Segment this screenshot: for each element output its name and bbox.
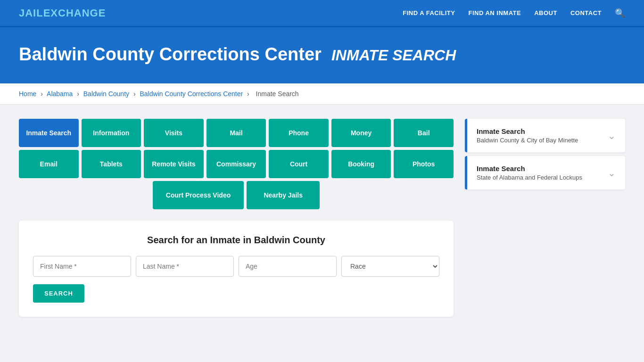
btn-commissary[interactable]: Commissary <box>206 150 266 178</box>
sidebar-card-2: Inmate Search State of Alabama and Feder… <box>465 156 625 189</box>
logo[interactable]: JAILEXCHANGE <box>19 7 106 19</box>
navbar: JAILEXCHANGE FIND A FACILITY FIND AN INM… <box>0 0 644 27</box>
left-column: Inmate Search Information Visits Mail Ph… <box>19 119 454 317</box>
nav-buttons-row1: Inmate Search Information Visits Mail Ph… <box>19 119 454 147</box>
breadcrumb-home[interactable]: Home <box>19 90 36 98</box>
nav-link-find-facility[interactable]: FIND A FACILITY <box>403 9 455 16</box>
btn-court-process-video[interactable]: Court Process Video <box>153 181 244 209</box>
logo-part2-highlight: EXCHANGE <box>43 7 106 19</box>
btn-inmate-search[interactable]: Inmate Search <box>19 119 79 147</box>
sidebar-card-1-subtitle: Baldwin County & City of Bay Minette <box>477 137 578 144</box>
btn-information[interactable]: Information <box>82 119 141 147</box>
logo-part1: JAIL <box>19 7 43 19</box>
btn-booking[interactable]: Booking <box>331 150 391 178</box>
hero-section: Baldwin County Corrections Center INMATE… <box>0 27 644 83</box>
main-content: Inmate Search Information Visits Mail Ph… <box>0 105 644 331</box>
sidebar-card-2-subtitle: State of Alabama and Federal Lockups <box>477 174 582 181</box>
btn-photos[interactable]: Photos <box>394 150 454 178</box>
nav-buttons-row2: Email Tablets Remote Visits Commissary C… <box>19 150 454 178</box>
btn-visits[interactable]: Visits <box>144 119 204 147</box>
nav-buttons-row3: Court Process Video Nearby Jails <box>19 181 454 209</box>
btn-bail[interactable]: Bail <box>394 119 454 147</box>
sidebar-card-1: Inmate Search Baldwin County & City of B… <box>465 119 625 152</box>
btn-phone[interactable]: Phone <box>269 119 329 147</box>
chevron-down-icon[interactable]: ⌄ <box>608 130 616 141</box>
age-input[interactable] <box>239 256 337 277</box>
first-name-input[interactable] <box>33 256 131 277</box>
btn-tablets[interactable]: Tablets <box>82 150 141 178</box>
nav-buttons-section: Inmate Search Information Visits Mail Ph… <box>19 119 454 209</box>
nav-link-find-inmate[interactable]: FIND AN INMATE <box>468 9 521 16</box>
right-sidebar: Inmate Search Baldwin County & City of B… <box>465 119 625 193</box>
nav-link-about[interactable]: ABOUT <box>534 9 557 16</box>
btn-court[interactable]: Court <box>269 150 329 178</box>
search-button[interactable]: SEARCH <box>33 284 84 303</box>
btn-money[interactable]: Money <box>331 119 391 147</box>
last-name-input[interactable] <box>136 256 234 277</box>
nav-link-contact[interactable]: CONTACT <box>570 9 602 16</box>
btn-mail[interactable]: Mail <box>206 119 266 147</box>
sidebar-card-2-title: Inmate Search <box>477 165 582 173</box>
btn-nearby-jails[interactable]: Nearby Jails <box>247 181 320 209</box>
page-title: Baldwin County Corrections Center INMATE… <box>19 44 625 65</box>
sidebar-card-1-title: Inmate Search <box>477 127 578 135</box>
breadcrumb-current: Inmate Search <box>256 90 299 98</box>
breadcrumb: Home › Alabama › Baldwin County › Baldwi… <box>0 83 644 105</box>
search-icon[interactable]: 🔍 <box>615 8 625 18</box>
nav-links: FIND A FACILITY FIND AN INMATE ABOUT CON… <box>403 8 625 18</box>
breadcrumb-baldwin-county[interactable]: Baldwin County <box>83 90 129 98</box>
race-select[interactable]: Race White Black Hispanic Asian Other <box>341 256 439 277</box>
btn-remote-visits[interactable]: Remote Visits <box>144 150 204 178</box>
breadcrumb-alabama[interactable]: Alabama <box>47 90 73 98</box>
inmate-search-form: Search for an Inmate in Baldwin County R… <box>19 221 454 317</box>
btn-email[interactable]: Email <box>19 150 79 178</box>
search-title: Search for an Inmate in Baldwin County <box>33 235 439 246</box>
breadcrumb-facility[interactable]: Baldwin County Corrections Center <box>140 90 243 98</box>
search-fields-row: Race White Black Hispanic Asian Other <box>33 256 439 277</box>
chevron-down-icon-2[interactable]: ⌄ <box>608 167 616 179</box>
